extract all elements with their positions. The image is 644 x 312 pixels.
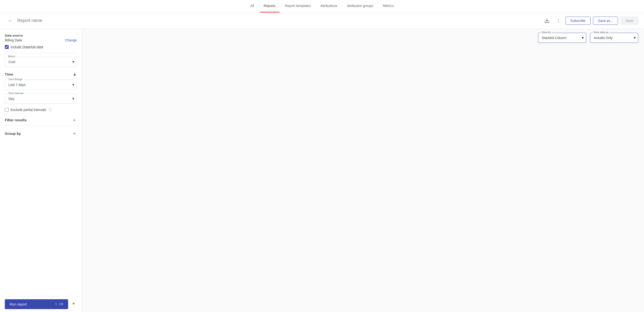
view-controls: View As Stacked Column Line Bar Table ▾ … xyxy=(82,29,644,47)
filter-results-label: Filter results xyxy=(5,118,26,122)
info-icon: ⓘ xyxy=(48,108,52,112)
tab-metrics[interactable]: Metrics xyxy=(379,0,398,12)
tab-all[interactable]: All xyxy=(246,0,258,12)
back-button[interactable]: ← xyxy=(6,16,14,25)
time-range-label: Time Range xyxy=(7,78,24,81)
save-as-button[interactable]: Save as... xyxy=(593,16,618,25)
sidebar-footer: Run report ⇧ ⇧R xyxy=(0,296,82,312)
tab-report-templates[interactable]: Report templates xyxy=(281,0,315,12)
time-range-wrapper: Time Range Last 7 days ▾ xyxy=(5,80,77,90)
data-source-row: Billing Data Change xyxy=(5,38,77,42)
time-section: Time ▲ Time Range Last 7 days ▾ Time Int… xyxy=(5,72,77,112)
main-layout: Data source Billing Data Change Include … xyxy=(0,29,644,312)
subscribe-button[interactable]: Subscribe xyxy=(566,16,590,25)
include-datahub-row: Include DataHub data xyxy=(5,45,77,49)
svg-point-3 xyxy=(558,22,559,23)
change-button[interactable]: Change xyxy=(65,38,77,42)
view-data-as-label: View data as xyxy=(592,31,610,34)
filter-results-add-button[interactable]: ＋ xyxy=(72,117,77,123)
top-nav: All Reports Report templates Attribution… xyxy=(0,0,644,12)
more-vert-icon xyxy=(556,18,561,23)
group-by-add-button[interactable]: ＋ xyxy=(72,130,77,137)
run-shortcut-label: ⇧ ⇧R xyxy=(55,302,63,306)
metric-field-label: Metric xyxy=(7,55,16,58)
tab-attributions[interactable]: Attributions xyxy=(316,0,341,12)
collapse-sidebar-button[interactable] xyxy=(70,300,77,308)
download-icon xyxy=(544,18,550,23)
metric-select[interactable]: Cost xyxy=(5,57,77,67)
svg-point-1 xyxy=(558,19,559,20)
view-as-label: View As xyxy=(540,31,552,34)
time-section-title: Time xyxy=(5,72,13,76)
main-content: View As Stacked Column Line Bar Table ▾ … xyxy=(82,29,644,312)
metric-section: Metric Cost ▾ xyxy=(5,57,77,67)
download-icon-button[interactable] xyxy=(542,16,552,25)
more-options-button[interactable] xyxy=(554,16,563,25)
divider-1 xyxy=(5,53,77,53)
exclude-partial-checkbox[interactable] xyxy=(5,108,9,112)
filter-results-row[interactable]: Filter results ＋ xyxy=(5,117,77,123)
time-range-select[interactable]: Last 7 days xyxy=(5,80,77,90)
report-name-input[interactable] xyxy=(17,18,540,23)
chevron-up-icon: ▲ xyxy=(72,72,77,77)
group-by-section: Group by ＋ xyxy=(5,130,77,137)
save-button: Save xyxy=(620,16,638,25)
sidebar: Data source Billing Data Change Include … xyxy=(0,29,82,312)
data-source-label: Data source xyxy=(5,34,77,37)
time-section-header[interactable]: Time ▲ xyxy=(5,72,77,77)
data-source-name: Billing Data xyxy=(5,38,22,42)
divider-2 xyxy=(5,125,77,126)
exclude-partial-row: Exclude partial intervals ⓘ xyxy=(5,108,77,112)
time-interval-wrapper: Time Interval Day ▾ xyxy=(5,94,77,104)
group-by-row[interactable]: Group by ＋ xyxy=(5,130,77,137)
exclude-partial-label: Exclude partial intervals xyxy=(10,108,46,112)
svg-point-2 xyxy=(558,20,559,21)
group-by-label: Group by xyxy=(5,132,21,136)
time-interval-label: Time Interval xyxy=(7,92,24,94)
collapse-icon xyxy=(71,301,76,306)
view-as-select[interactable]: Stacked Column Line Bar Table xyxy=(538,33,586,43)
include-datahub-checkbox[interactable] xyxy=(5,45,9,49)
view-data-as-select[interactable]: Actuals Only Budget Forecast xyxy=(590,33,638,43)
metric-select-wrapper: Metric Cost ▾ xyxy=(5,57,77,67)
view-data-as-wrapper: View data as Actuals Only Budget Forecas… xyxy=(590,33,638,43)
time-interval-select[interactable]: Day xyxy=(5,94,77,104)
header-bar: ← Subscribe Save as... Save xyxy=(0,12,644,29)
tab-reports[interactable]: Reports xyxy=(260,0,280,12)
run-report-label: Run report xyxy=(10,302,27,306)
header-actions: Subscribe Save as... Save xyxy=(542,16,638,25)
view-as-wrapper: View As Stacked Column Line Bar Table ▾ xyxy=(538,33,586,43)
sidebar-content: Data source Billing Data Change Include … xyxy=(0,29,82,296)
data-source-section: Data source Billing Data Change Include … xyxy=(5,34,77,49)
tab-attribution-groups[interactable]: Attribution groups xyxy=(343,0,377,12)
filter-results-section: Filter results ＋ xyxy=(5,117,77,123)
run-report-button[interactable]: Run report ⇧ ⇧R xyxy=(5,299,68,309)
include-datahub-label: Include DataHub data xyxy=(10,45,43,49)
